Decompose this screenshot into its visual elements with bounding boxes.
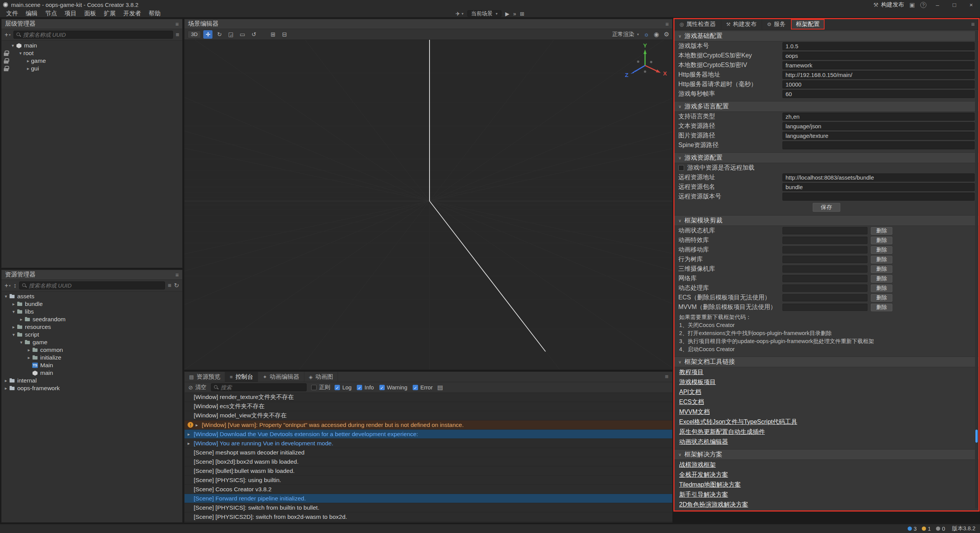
preview-platform-icon[interactable]: ✈	[456, 11, 460, 17]
property-input[interactable]	[782, 141, 975, 149]
property-input[interactable]	[782, 183, 975, 191]
delete-button[interactable]: 删除	[871, 284, 892, 292]
log-row[interactable]: ! ▸ [Scene] Cocos Creator v3.8.2	[185, 485, 672, 494]
property-input[interactable]	[782, 42, 975, 50]
filter-icon[interactable]: ≡	[168, 282, 171, 289]
hierarchy-node[interactable]: root	[2, 49, 182, 57]
delete-button[interactable]: 删除	[871, 304, 892, 311]
console-tab[interactable]: 动画图	[304, 372, 338, 382]
expand-arrow-icon[interactable]: ▸	[188, 432, 194, 437]
layout-icon[interactable]: ▣	[910, 2, 915, 8]
solution-link[interactable]: 2D角色扮演游戏解决方案	[675, 500, 978, 510]
asset-node[interactable]: resources	[2, 323, 182, 331]
panel-menu-icon[interactable]: ≡	[967, 19, 978, 29]
log-level-filter[interactable]: Info	[357, 384, 374, 391]
doc-link[interactable]: API文档	[675, 387, 978, 397]
log-row[interactable]: ! ▸ [Window] ecs文件夹不存在	[185, 402, 672, 411]
scene-select-dropdown[interactable]: 当前场景 ▾	[467, 10, 501, 17]
panel-menu-icon[interactable]: ≡	[175, 271, 179, 278]
section-header[interactable]: 框架解决方案	[675, 449, 978, 460]
log-level-filter[interactable]: Warning	[379, 384, 407, 391]
menu-item[interactable]: 扩展	[100, 10, 119, 18]
close-button[interactable]: ×	[965, 2, 977, 8]
sort-icon[interactable]: ↕	[13, 282, 16, 289]
doc-link[interactable]: 原生包热更新配置自动生成插件	[675, 427, 978, 437]
solution-link[interactable]: 全栈开发解决方案	[675, 470, 978, 480]
property-input[interactable]	[782, 61, 975, 69]
property-input[interactable]	[782, 52, 975, 60]
chevron-down-icon[interactable]: ▾	[462, 11, 464, 16]
layout-grid-icon[interactable]: ⊞	[520, 11, 524, 17]
delete-button[interactable]: 删除	[871, 265, 892, 273]
log-row[interactable]: ! ▸ [Scene] [bullet]:bullet wasm lib loa…	[185, 466, 672, 476]
log-row[interactable]: ! ▸ [Scene] [PHYSICS2D]: switch from box…	[185, 512, 672, 522]
maximize-button[interactable]: □	[949, 2, 960, 8]
panel-menu-icon[interactable]: ≡	[665, 21, 669, 27]
expand-arrow-icon[interactable]	[25, 66, 31, 71]
rect-tool-icon[interactable]: ▭	[238, 30, 247, 39]
expand-arrow-icon[interactable]	[26, 347, 32, 353]
render-mode-dropdown[interactable]: 正常渲染 ▾	[612, 31, 639, 38]
menu-item[interactable]: 编辑	[22, 10, 41, 18]
play-button[interactable]: ▶	[505, 11, 510, 17]
log-row[interactable]: ! ▸ [Window] You are running Vue in deve…	[185, 439, 672, 448]
log-row[interactable]: ! ▸ [Window] Download the Vue Devtools e…	[185, 430, 672, 439]
menu-item[interactable]: 文件	[2, 10, 22, 18]
expand-arrow-icon[interactable]	[3, 294, 9, 299]
menu-item[interactable]: 面板	[80, 10, 100, 18]
property-input[interactable]	[782, 80, 975, 88]
menu-item[interactable]: 开发者	[119, 10, 145, 18]
light-toggle-icon[interactable]: ☼	[644, 31, 649, 38]
save-button[interactable]: 保存	[813, 203, 840, 212]
message-count[interactable]: 3	[908, 526, 917, 532]
scene-viewport[interactable]: Y X Z	[185, 40, 672, 370]
hierarchy-node[interactable]: main	[2, 42, 182, 49]
solution-link[interactable]: Tiledmap地图解决方案	[675, 480, 978, 490]
lock-icon[interactable]	[3, 50, 9, 56]
help-icon[interactable]: ?	[920, 2, 926, 8]
scene-settings-gear-icon[interactable]: ⚙	[664, 31, 669, 38]
console-tab[interactable]: 控制台	[225, 372, 258, 382]
asset-node[interactable]: oops-framework	[2, 384, 182, 392]
camera-preview-icon[interactable]: ◉	[654, 31, 659, 38]
expand-arrow-icon[interactable]	[11, 332, 16, 337]
delete-button[interactable]: 删除	[871, 227, 892, 235]
align-snap-icon[interactable]: ⊟	[280, 30, 289, 39]
refresh-icon[interactable]: ↻	[174, 282, 179, 289]
expand-arrow-icon[interactable]: ▸	[196, 422, 202, 428]
expand-arrow-icon[interactable]	[18, 317, 24, 322]
expand-arrow-icon[interactable]: ▸	[188, 441, 194, 446]
log-row[interactable]: ! ▸ [Scene] Forward render pipeline init…	[185, 494, 672, 503]
mode-3d-button[interactable]: 3D	[188, 31, 201, 38]
delete-button[interactable]: 删除	[871, 237, 892, 244]
console-tab[interactable]: 资源预览	[185, 372, 225, 382]
menu-item[interactable]: 节点	[41, 10, 61, 18]
section-header[interactable]: 游戏基础配置	[675, 31, 978, 41]
expand-arrow-icon[interactable]	[11, 301, 16, 307]
asset-node[interactable]: common	[2, 346, 182, 354]
asset-node[interactable]: Main	[2, 361, 182, 369]
log-row[interactable]: ! ▸ [Scene] meshopt wasm decoder initial…	[185, 448, 672, 457]
solution-link[interactable]: 3D角色扮演游戏解决方案	[675, 510, 978, 510]
inspector-tab[interactable]: 构建发布	[721, 19, 762, 29]
expand-arrow-icon[interactable]	[10, 43, 16, 48]
regex-filter-checkbox[interactable]: 正则	[311, 384, 330, 391]
clear-console-button[interactable]: ⊘ 清空	[188, 384, 206, 391]
asset-node[interactable]: libs	[2, 308, 182, 316]
inspector-tab[interactable]: 服务	[762, 19, 791, 29]
solution-link[interactable]: 新手引导解决方案	[675, 490, 978, 500]
expand-arrow-icon[interactable]	[26, 355, 32, 360]
create-node-button[interactable]: + ▾	[5, 31, 11, 38]
remote-load-checkbox[interactable]	[678, 165, 684, 171]
console-search-input[interactable]	[220, 384, 304, 391]
doc-link[interactable]: 动画状态机编辑器	[675, 437, 978, 447]
section-header[interactable]: 游戏资源配置	[675, 152, 978, 163]
message-count[interactable]: 1	[922, 526, 931, 532]
asset-node[interactable]: seedrandom	[2, 316, 182, 323]
minimize-button[interactable]: –	[932, 2, 943, 8]
log-level-filter[interactable]: Log	[335, 384, 351, 391]
asset-node[interactable]: main	[2, 369, 182, 377]
asset-node[interactable]: bundle	[2, 300, 182, 308]
log-row[interactable]: ! ▸ [Window] render_texture文件夹不存在	[185, 393, 672, 402]
property-input[interactable]	[782, 90, 975, 98]
